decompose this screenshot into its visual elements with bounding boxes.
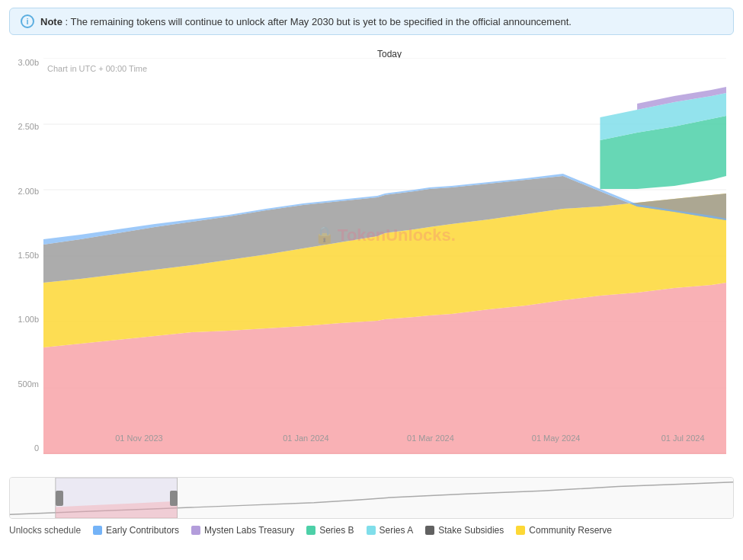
- chart-svg: [43, 58, 726, 454]
- note-label: Note: [40, 16, 62, 27]
- legend-dot-early: [93, 526, 102, 535]
- nav-handle-left[interactable]: [56, 491, 63, 506]
- legend-dot-seriesa: [367, 526, 376, 535]
- mini-navigator[interactable]: [9, 477, 734, 519]
- legend: Unlocks schedule Early Contributors Myst…: [0, 519, 743, 542]
- y-label-2b: 2.00b: [9, 187, 43, 196]
- legend-label-mysten: Mysten Labs Treasury: [204, 525, 294, 536]
- chart-container: Today 0 500m 1.00b 1.50b 2.00b 2.50b 3.0…: [9, 43, 734, 477]
- legend-item-early: Early Contributors: [93, 525, 179, 536]
- legend-label-seriesa: Series A: [380, 525, 414, 536]
- nav-handle-right[interactable]: [170, 491, 178, 506]
- legend-item-stake: Stake Subsidies: [425, 525, 504, 536]
- y-label-1b: 1.00b: [9, 315, 43, 324]
- x-label-may: 01 May 2024: [532, 434, 581, 443]
- chart-subtitle: Chart in UTC + 00:00 Time: [47, 64, 147, 73]
- note-text: Note : The remaining tokens will continu…: [40, 16, 572, 27]
- mini-nav-svg: [10, 478, 733, 518]
- chart-area: 🔒 TokenUnlocks.: [43, 58, 726, 454]
- legend-item-mysten: Mysten Labs Treasury: [191, 525, 294, 536]
- legend-item-seriesb: Series B: [306, 525, 354, 536]
- y-label-3b: 3.00b: [9, 58, 43, 67]
- legend-label-seriesb: Series B: [319, 525, 354, 536]
- legend-label-early: Early Contributors: [106, 525, 179, 536]
- y-label-500m: 500m: [9, 379, 43, 389]
- legend-item-seriesa: Series A: [367, 525, 414, 536]
- legend-dot-mysten: [191, 526, 200, 535]
- legend-item-community: Community Reserve: [516, 525, 612, 536]
- x-label-jan: 01 Jan 2024: [283, 434, 329, 443]
- legend-label-community: Community Reserve: [529, 525, 612, 536]
- info-icon: i: [21, 14, 34, 28]
- note-body: : The remaining tokens will continue to …: [62, 16, 572, 27]
- legend-dot-stake: [425, 526, 434, 535]
- legend-title: Unlocks schedule: [9, 525, 81, 536]
- y-label-25b: 2.50b: [9, 122, 43, 131]
- legend-dot-seriesb: [306, 526, 315, 535]
- y-axis: 0 500m 1.00b 1.50b 2.00b 2.50b 3.00b: [9, 58, 43, 454]
- y-label-0: 0: [9, 443, 43, 453]
- x-label-mar: 01 Mar 2024: [407, 434, 454, 443]
- x-label-jul: 01 Jul 2024: [661, 434, 705, 443]
- legend-label-stake: Stake Subsidies: [438, 525, 504, 536]
- note-banner: i Note : The remaining tokens will conti…: [9, 8, 734, 35]
- x-axis: 01 Nov 2023 01 Jan 2024 01 Mar 2024 01 M…: [43, 434, 726, 443]
- y-label-15b: 1.50b: [9, 251, 43, 260]
- legend-dot-community: [516, 526, 525, 535]
- x-label-nov: 01 Nov 2023: [115, 434, 162, 443]
